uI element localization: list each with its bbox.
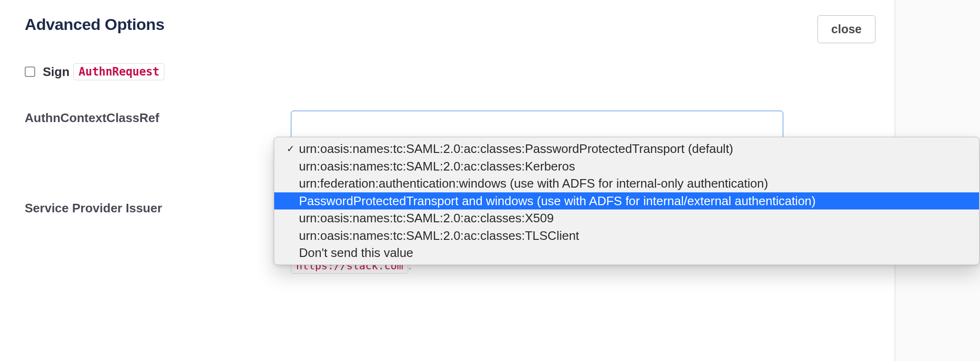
option-label: urn:oasis:names:tc:SAML:2.0:ac:classes:K… <box>299 159 575 174</box>
authncontext-option[interactable]: PasswordProtectedTransport and windows (… <box>274 192 979 210</box>
authnrequest-code-badge: AuthnRequest <box>73 63 164 80</box>
authncontext-option[interactable]: ✓urn:oasis:names:tc:SAML:2.0:ac:classes:… <box>274 140 979 158</box>
option-label: PasswordProtectedTransport and windows (… <box>299 193 816 209</box>
close-button[interactable]: close <box>817 15 875 43</box>
authncontext-option[interactable]: urn:oasis:names:tc:SAML:2.0:ac:classes:X… <box>274 209 979 227</box>
sign-authnrequest-row: Sign AuthnRequest <box>25 63 894 80</box>
authncontext-dropdown[interactable]: ✓urn:oasis:names:tc:SAML:2.0:ac:classes:… <box>274 137 980 265</box>
authncontext-value <box>291 111 894 139</box>
option-label: urn:federation:authentication:windows (u… <box>299 176 768 191</box>
authncontext-option[interactable]: urn:oasis:names:tc:SAML:2.0:ac:classes:T… <box>274 227 979 245</box>
content-area: Advanced Options close Sign AuthnRequest… <box>0 0 894 361</box>
sign-authnrequest-checkbox[interactable] <box>25 66 35 77</box>
authncontext-row: AuthnContextClassRef <box>25 111 894 139</box>
authncontext-option[interactable]: urn:oasis:names:tc:SAML:2.0:ac:classes:K… <box>274 158 979 175</box>
section-title: Advanced Options <box>25 15 164 34</box>
authncontext-option[interactable]: Don't send this value <box>274 244 979 262</box>
authncontext-label: AuthnContextClassRef <box>25 111 291 125</box>
authncontext-select[interactable] <box>291 111 783 139</box>
option-label: urn:oasis:names:tc:SAML:2.0:ac:classes:P… <box>299 141 733 157</box>
spi-label: Service Provider Issuer <box>25 201 291 216</box>
sign-authnrequest-label: Sign AuthnRequest <box>43 63 164 80</box>
authncontext-option[interactable]: urn:federation:authentication:windows (u… <box>274 175 979 192</box>
option-label: urn:oasis:names:tc:SAML:2.0:ac:classes:T… <box>299 228 579 244</box>
sign-label-prefix: Sign <box>43 65 69 79</box>
header-row: Advanced Options close <box>25 15 894 63</box>
option-label: Don't send this value <box>299 245 413 261</box>
advanced-options-panel: Advanced Options close Sign AuthnRequest… <box>0 0 980 361</box>
option-label: urn:oasis:names:tc:SAML:2.0:ac:classes:X… <box>299 210 554 226</box>
check-icon: ✓ <box>285 143 296 155</box>
